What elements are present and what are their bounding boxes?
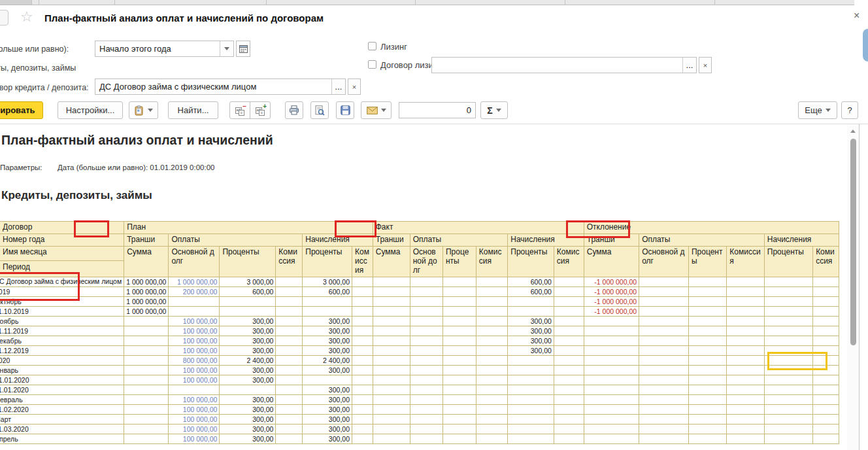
cell[interactable] [639,395,689,405]
cell[interactable]: 3 000,00 [220,277,276,287]
cell[interactable] [124,405,169,415]
cell[interactable] [476,434,507,444]
column-header-1-1[interactable]: Основной долг [410,247,442,277]
row-label[interactable]: 2019 [0,287,124,297]
cell[interactable] [276,326,303,336]
cell[interactable] [352,424,373,434]
cell[interactable] [508,307,554,317]
cell[interactable]: 1 000 000,00 [169,277,220,287]
scroll-up-arrow-icon[interactable] [850,130,856,133]
cell[interactable]: 300,00 [303,336,352,346]
cell[interactable] [554,424,584,434]
more-button[interactable]: Еще [798,101,837,119]
cell[interactable] [584,424,639,434]
column-header-1-5[interactable]: Комиссия [554,247,584,277]
leasing-contract-input[interactable]: ... [431,57,697,73]
cell[interactable] [352,385,373,395]
cell[interactable] [410,366,442,375]
cell[interactable] [476,405,507,415]
row-label[interactable]: 11.03.2020 [0,424,124,434]
cell[interactable]: 100 000,00 [169,346,220,356]
cell[interactable] [373,385,410,395]
cell[interactable] [410,434,442,444]
cell[interactable] [373,346,410,356]
subgroup-header-2-0[interactable]: Транши [584,234,639,247]
cell[interactable] [764,366,812,375]
cell[interactable]: 300,00 [508,346,554,356]
cell[interactable] [476,326,507,336]
cell[interactable]: 300,00 [303,326,352,336]
cell[interactable] [639,277,689,287]
cell[interactable] [688,424,726,434]
settings-button[interactable]: Настройки... [58,101,123,119]
cell[interactable] [688,317,726,326]
cell[interactable] [688,395,726,405]
cell[interactable] [410,317,442,326]
cell[interactable] [276,297,303,307]
back-button-fragment[interactable] [0,10,8,26]
cell[interactable]: 1 000 000,00 [124,307,169,317]
cell[interactable] [303,307,352,317]
cell[interactable] [124,346,169,356]
vertical-scrollbar[interactable] [847,124,860,450]
cell[interactable] [352,346,373,356]
help-button[interactable]: ? [841,101,858,119]
cell[interactable]: 3 000,00 [303,277,352,287]
cell[interactable] [688,415,726,424]
cell[interactable] [554,375,584,385]
send-mail-button[interactable] [361,101,392,119]
cell[interactable] [764,277,812,287]
cell[interactable] [727,297,764,307]
cell[interactable] [442,317,476,326]
cell[interactable]: -1 000 000,00 [584,307,639,317]
cell[interactable] [442,307,476,317]
cell[interactable] [639,307,689,317]
cell[interactable] [410,405,442,415]
cell[interactable] [727,336,764,346]
column-header-2-3[interactable]: Комиссия [727,247,764,277]
save-button[interactable] [336,101,354,119]
cell[interactable] [813,346,839,356]
cell[interactable] [169,385,220,395]
cell[interactable] [813,405,839,415]
cell[interactable] [584,385,639,395]
cell[interactable] [476,307,507,317]
cell[interactable] [373,317,410,326]
corner-header-contract[interactable]: Договор [0,222,124,234]
column-header-2-0[interactable]: Сумма [584,247,639,277]
cell[interactable] [639,346,689,356]
cell[interactable] [554,326,584,336]
cell[interactable] [442,434,476,444]
cell[interactable] [688,356,726,366]
favorite-star-icon[interactable]: ☆ [20,9,33,26]
cell[interactable] [688,366,726,375]
cell[interactable] [813,326,839,336]
cell[interactable] [124,395,169,405]
cell[interactable]: 300,00 [220,346,276,356]
cell[interactable]: 300,00 [220,395,276,405]
cell[interactable] [727,385,764,395]
cell[interactable]: 300,00 [303,434,352,444]
cell[interactable] [764,385,812,395]
preview-button[interactable] [310,101,329,119]
cell[interactable] [352,277,373,287]
cell[interactable] [352,375,373,385]
collapse-groups-button[interactable]: аб с − [229,101,250,119]
row-label[interactable]: Ноябрь [0,317,124,326]
cell[interactable]: 100 000,00 [169,317,220,326]
cell[interactable] [688,346,726,356]
cell[interactable] [639,366,689,375]
cell[interactable] [476,346,507,356]
cell[interactable]: 300,00 [303,366,352,375]
row-label[interactable]: 11.01.2020 [0,385,124,395]
cell[interactable] [508,385,554,395]
column-header-0-0[interactable]: Сумма [124,247,169,277]
cell[interactable] [476,424,507,434]
cell[interactable] [727,415,764,424]
cell[interactable] [276,434,303,444]
section-header-1[interactable]: Факт [373,222,584,234]
cell[interactable] [813,395,839,405]
cell[interactable] [476,385,507,395]
cell[interactable] [727,395,764,405]
cell[interactable] [352,415,373,424]
